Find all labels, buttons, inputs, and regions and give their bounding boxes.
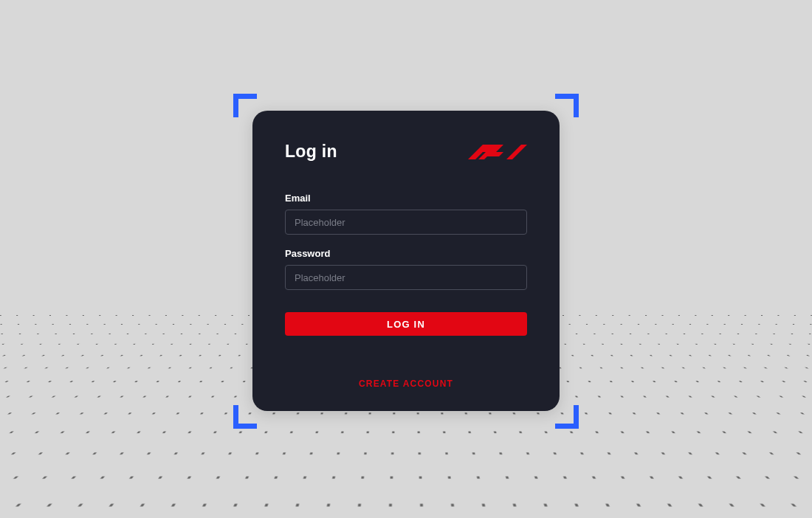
password-label: Password xyxy=(285,248,527,259)
login-card: Log in Email Password LOG IN CREATE ACCO… xyxy=(252,111,560,411)
frame-corner-top-left xyxy=(233,94,257,117)
frame-corner-top-right xyxy=(555,94,579,117)
password-form-group: Password xyxy=(285,248,527,290)
create-account-link[interactable]: CREATE ACCOUNT xyxy=(285,379,527,389)
frame-corner-bottom-left xyxy=(233,405,257,429)
password-input[interactable] xyxy=(285,265,527,290)
card-title: Log in xyxy=(285,142,337,162)
email-label: Email xyxy=(285,193,527,204)
f1-logo-icon xyxy=(468,145,527,159)
login-button[interactable]: LOG IN xyxy=(285,312,527,336)
email-input[interactable] xyxy=(285,210,527,235)
frame-corner-bottom-right xyxy=(555,405,579,429)
card-header: Log in xyxy=(285,142,527,162)
email-form-group: Email xyxy=(285,193,527,235)
